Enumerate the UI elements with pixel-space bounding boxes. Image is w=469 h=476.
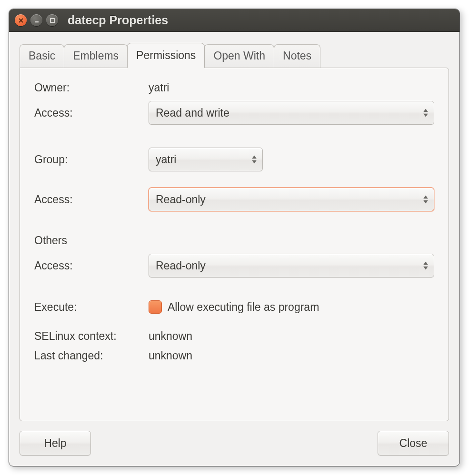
group-value: yatri — [156, 153, 176, 166]
permissions-panel: Owner: yatri Access: Read and write Grou… — [20, 68, 449, 421]
execute-checkbox[interactable] — [149, 300, 162, 314]
close-icon — [18, 18, 24, 23]
tabstrip: Basic Emblems Permissions Open With Note… — [20, 42, 449, 68]
window-minimize-button[interactable] — [30, 14, 42, 26]
owner-access-select[interactable]: Read and write — [149, 101, 434, 125]
group-access-label: Access: — [34, 193, 149, 206]
others-label: Others — [34, 234, 149, 247]
others-access-value: Read-only — [156, 259, 206, 272]
lastchanged-value: unknown — [149, 349, 434, 362]
window-close-button[interactable] — [15, 14, 27, 26]
titlebar[interactable]: datecp Properties — [9, 9, 459, 32]
window-maximize-button[interactable] — [46, 14, 58, 26]
owner-value: yatri — [149, 81, 434, 94]
tab-notes[interactable]: Notes — [274, 44, 320, 68]
tab-permissions[interactable]: Permissions — [127, 43, 205, 68]
svg-marker-4 — [423, 109, 428, 112]
window-title: datecp Properties — [68, 13, 168, 27]
svg-rect-3 — [50, 19, 54, 22]
svg-marker-6 — [252, 156, 257, 159]
svg-marker-7 — [252, 160, 257, 164]
others-access-select[interactable]: Read-only — [149, 254, 434, 278]
svg-marker-10 — [423, 262, 428, 265]
owner-label: Owner: — [34, 81, 149, 94]
chevron-spin-icon — [422, 262, 429, 270]
group-label: Group: — [34, 153, 149, 166]
svg-marker-8 — [423, 196, 428, 199]
svg-marker-11 — [423, 267, 428, 270]
help-button[interactable]: Help — [20, 431, 91, 456]
group-access-select[interactable]: Read-only — [149, 188, 434, 211]
execute-label: Execute: — [34, 301, 149, 314]
tab-emblems[interactable]: Emblems — [64, 44, 128, 68]
chevron-spin-icon — [251, 156, 258, 164]
selinux-label: SELinux context: — [34, 330, 149, 343]
group-select[interactable]: yatri — [149, 148, 263, 171]
others-access-label: Access: — [34, 259, 149, 272]
execute-checkbox-label[interactable]: Allow executing file as program — [168, 301, 319, 314]
chevron-spin-icon — [422, 109, 429, 117]
properties-window: datecp Properties Basic Emblems Permissi… — [9, 9, 460, 466]
group-access-value: Read-only — [156, 193, 206, 206]
svg-marker-9 — [423, 200, 428, 204]
close-button[interactable]: Close — [378, 431, 449, 456]
lastchanged-label: Last changed: — [34, 349, 149, 362]
svg-marker-5 — [423, 114, 428, 117]
footer: Help Close — [20, 421, 449, 456]
maximize-icon — [50, 18, 55, 23]
owner-access-label: Access: — [34, 107, 149, 119]
client-area: Basic Emblems Permissions Open With Note… — [9, 32, 459, 466]
chevron-spin-icon — [422, 196, 429, 204]
owner-access-value: Read and write — [156, 107, 230, 119]
selinux-value: unknown — [149, 330, 434, 343]
tab-basic[interactable]: Basic — [20, 44, 64, 68]
tab-open-with[interactable]: Open With — [204, 44, 274, 68]
minimize-icon — [34, 18, 40, 23]
